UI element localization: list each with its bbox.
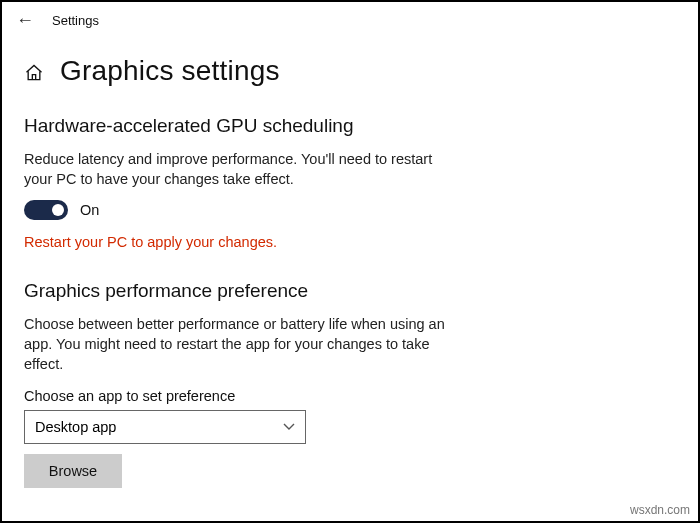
app-select-label: Choose an app to set preference <box>24 388 678 404</box>
gpu-toggle-state-label: On <box>80 202 99 218</box>
content-area: Graphics settings Hardware-accelerated G… <box>2 35 698 508</box>
gpu-toggle-row: On <box>24 200 678 220</box>
page-title-row: Graphics settings <box>24 55 678 87</box>
restart-warning: Restart your PC to apply your changes. <box>24 234 678 250</box>
app-type-select[interactable]: Desktop app <box>24 410 306 444</box>
home-icon[interactable] <box>24 63 44 83</box>
watermark-text: wsxdn.com <box>630 503 690 517</box>
chevron-down-icon <box>283 421 295 433</box>
header-bar: ← Settings <box>2 2 698 35</box>
page-title: Graphics settings <box>60 55 280 87</box>
perf-preference-heading: Graphics performance preference <box>24 280 678 302</box>
browse-button[interactable]: Browse <box>24 454 122 488</box>
app-type-selected-value: Desktop app <box>35 419 116 435</box>
toggle-knob-icon <box>52 204 64 216</box>
back-arrow-icon[interactable]: ← <box>16 10 34 31</box>
perf-preference-description: Choose between better performance or bat… <box>24 314 454 375</box>
gpu-scheduling-heading: Hardware-accelerated GPU scheduling <box>24 115 678 137</box>
gpu-scheduling-description: Reduce latency and improve performance. … <box>24 149 454 190</box>
gpu-scheduling-toggle[interactable] <box>24 200 68 220</box>
app-title: Settings <box>52 13 99 28</box>
